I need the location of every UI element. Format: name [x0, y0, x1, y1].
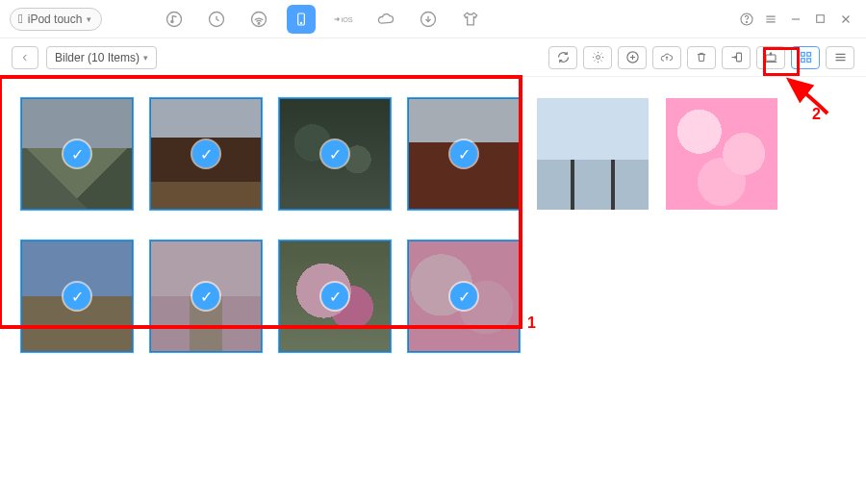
check-icon: ✓ [64, 283, 90, 310]
add-button[interactable] [618, 46, 647, 69]
photo-thumb-torii[interactable] [537, 98, 649, 210]
svg-point-10 [746, 21, 747, 22]
top-toolbar:  iPod touch ▾ iOS [0, 0, 866, 38]
svg-point-1 [171, 20, 173, 22]
grid-view-button[interactable] [791, 46, 820, 69]
help-icon[interactable] [739, 12, 756, 27]
check-icon: ✓ [192, 283, 219, 310]
svg-rect-14 [736, 53, 741, 62]
tshirt-icon[interactable] [456, 5, 485, 34]
svg-point-12 [596, 56, 599, 60]
delete-button[interactable] [687, 46, 716, 69]
back-button[interactable] [12, 46, 38, 69]
annotation-label-1: 1 [527, 315, 536, 332]
settings-button[interactable] [583, 46, 612, 69]
photo-thumb-trees[interactable]: ✓ [21, 240, 133, 352]
photo-grid: ✓✓✓✓✓✓✓✓ [21, 98, 791, 352]
check-icon: ✓ [192, 140, 219, 167]
cloud-icon[interactable] [371, 5, 400, 34]
photo-thumb-macro[interactable]: ✓ [279, 240, 391, 352]
wifi-icon[interactable] [244, 5, 273, 34]
photo-thumb-sakura[interactable] [666, 98, 777, 210]
device-label: iPod touch [28, 13, 83, 26]
maximize-icon[interactable] [814, 13, 831, 25]
svg-point-6 [301, 22, 302, 23]
download-icon[interactable] [414, 5, 443, 34]
photo-thumb-lantern[interactable]: ✓ [279, 98, 391, 210]
device-tab-icon[interactable] [287, 5, 316, 34]
list-view-button[interactable] [826, 46, 854, 69]
svg-rect-17 [806, 53, 810, 57]
svg-rect-16 [801, 53, 804, 57]
upload-cloud-button[interactable] [652, 46, 681, 69]
svg-point-4 [259, 22, 261, 24]
chevron-down-icon: ▾ [143, 53, 148, 63]
photo-thumb-temple2[interactable]: ✓ [408, 98, 520, 210]
menu-icon[interactable] [764, 13, 781, 26]
photo-thumb-path[interactable]: ✓ [150, 240, 262, 352]
check-icon: ✓ [64, 140, 90, 167]
photo-thumb-castle[interactable]: ✓ [21, 98, 133, 210]
breadcrumb-label: Bilder (10 Items) [55, 51, 140, 64]
check-icon: ✓ [450, 140, 477, 167]
content-area: ✓✓✓✓✓✓✓✓ 1 [0, 77, 866, 373]
svg-point-0 [167, 12, 182, 26]
svg-rect-11 [817, 15, 825, 23]
check-icon: ✓ [321, 140, 348, 167]
check-icon: ✓ [321, 283, 348, 310]
music-icon[interactable] [160, 5, 189, 34]
backup-icon[interactable] [202, 5, 231, 34]
annotation-label-2: 2 [812, 106, 821, 123]
svg-rect-18 [801, 59, 804, 63]
photo-thumb-blur[interactable]: ✓ [408, 240, 520, 352]
minimize-icon[interactable] [789, 13, 806, 26]
category-icons: iOS [160, 5, 485, 34]
sub-toolbar: Bilder (10 Items) ▾ [0, 38, 866, 77]
device-dropdown[interactable]:  iPod touch ▾ [10, 8, 102, 31]
action-buttons [548, 46, 854, 69]
photo-thumb-temple1[interactable]: ✓ [150, 98, 262, 210]
check-icon: ✓ [450, 283, 477, 310]
window-controls [739, 12, 856, 27]
close-icon[interactable] [839, 13, 856, 26]
refresh-button[interactable] [548, 46, 577, 69]
to-device-button[interactable] [722, 46, 751, 69]
svg-text:iOS: iOS [342, 15, 353, 24]
apple-icon:  [18, 12, 23, 26]
breadcrumb-dropdown[interactable]: Bilder (10 Items) ▾ [46, 46, 157, 69]
svg-rect-15 [766, 55, 776, 61]
to-computer-button[interactable] [756, 46, 785, 69]
to-ios-icon[interactable]: iOS [329, 5, 358, 34]
chevron-down-icon: ▾ [87, 14, 91, 24]
svg-rect-19 [806, 59, 810, 63]
